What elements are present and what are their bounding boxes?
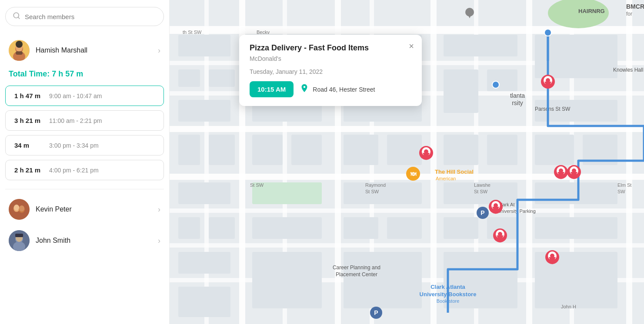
svg-text:St SW: St SW bbox=[474, 189, 488, 194]
chevron-right-icon-kevin: › bbox=[158, 205, 160, 214]
svg-text:Career Planning and: Career Planning and bbox=[333, 264, 380, 271]
search-icon bbox=[13, 12, 20, 21]
member-row-john[interactable]: John Smith › bbox=[5, 225, 164, 256]
svg-text:Knowles Hall: Knowles Hall bbox=[613, 67, 643, 73]
svg-rect-68 bbox=[444, 69, 478, 113]
svg-text:🍽: 🍽 bbox=[410, 171, 417, 177]
svg-point-151 bbox=[492, 81, 499, 88]
search-input[interactable] bbox=[25, 13, 157, 20]
svg-rect-62 bbox=[387, 135, 422, 165]
svg-text:HAIRNRG: HAIRNRG bbox=[578, 8, 605, 14]
range-0: 9:00 am - 10:47 am bbox=[49, 93, 102, 99]
popup-subtitle: McDonald's bbox=[250, 55, 411, 62]
svg-rect-6 bbox=[16, 51, 23, 55]
svg-rect-73 bbox=[444, 217, 478, 239]
time-block-1[interactable]: 3 h 21 m 11:00 am - 2:21 pm bbox=[5, 110, 164, 131]
svg-rect-17 bbox=[15, 234, 23, 237]
svg-rect-66 bbox=[344, 252, 422, 308]
popup-title: Pizza Delivery - Fast Food Items bbox=[250, 43, 411, 53]
chevron-right-icon-hamish: › bbox=[158, 46, 160, 55]
svg-rect-41 bbox=[178, 135, 200, 165]
svg-point-11 bbox=[14, 205, 19, 211]
svg-rect-42 bbox=[209, 135, 235, 165]
svg-rect-67 bbox=[444, 35, 517, 56]
total-time: Total Time: 7 h 57 m bbox=[5, 66, 164, 86]
svg-text:th St SW: th St SW bbox=[183, 30, 202, 35]
range-3: 4:00 pm - 6:21 pm bbox=[49, 167, 99, 174]
range-1: 11:00 am - 2:21 pm bbox=[49, 117, 102, 124]
svg-rect-71 bbox=[487, 135, 517, 165]
svg-text:rsity: rsity bbox=[512, 99, 523, 106]
svg-rect-39 bbox=[209, 69, 235, 87]
svg-point-150 bbox=[544, 29, 551, 36]
member-row-kevin[interactable]: Kevin Peter › bbox=[5, 194, 164, 225]
popup-date: Tuesday, January 11, 2022 bbox=[250, 68, 411, 75]
avatar-john bbox=[9, 230, 30, 251]
map-panel: th St SW Beckv HAIRNRG Knowles Hall Pars… bbox=[170, 0, 644, 324]
svg-rect-65 bbox=[387, 217, 422, 239]
svg-point-7 bbox=[16, 41, 23, 48]
svg-text:BMCR: BMCR bbox=[626, 3, 644, 10]
avatar-kevin bbox=[9, 199, 30, 220]
range-2: 3:00 pm - 3:34 pm bbox=[49, 142, 99, 149]
svg-rect-47 bbox=[178, 287, 230, 317]
divider bbox=[5, 189, 164, 189]
svg-rect-70 bbox=[444, 135, 478, 165]
popup-location: Road 46, Hester Street bbox=[300, 83, 375, 95]
svg-rect-81 bbox=[535, 217, 617, 239]
svg-text:Lawshe: Lawshe bbox=[474, 182, 491, 188]
svg-rect-56 bbox=[252, 252, 322, 308]
svg-rect-24 bbox=[430, 0, 437, 324]
svg-rect-25 bbox=[526, 0, 532, 324]
svg-text:P: P bbox=[480, 209, 484, 216]
duration-3: 2 h 21 m bbox=[14, 166, 40, 174]
svg-point-12 bbox=[19, 205, 24, 212]
svg-rect-40 bbox=[178, 100, 230, 122]
svg-text:Parsons St SW: Parsons St SW bbox=[535, 106, 571, 112]
svg-rect-44 bbox=[178, 217, 200, 239]
duration-2: 34 m bbox=[14, 142, 40, 149]
svg-text:St SW: St SW bbox=[250, 182, 264, 188]
svg-text:Raymond: Raymond bbox=[365, 182, 386, 188]
svg-text:Beckv: Beckv bbox=[257, 30, 270, 35]
duration-1: 3 h 21 m bbox=[14, 117, 40, 124]
popup-location-text: Road 46, Hester Street bbox=[313, 86, 375, 93]
duration-0: 1 h 47 m bbox=[14, 92, 40, 99]
svg-rect-55 bbox=[252, 217, 322, 239]
svg-line-1 bbox=[18, 17, 19, 18]
member-name-kevin: Kevin Peter bbox=[36, 205, 152, 213]
svg-rect-38 bbox=[178, 69, 200, 87]
svg-text:John H: John H bbox=[561, 304, 576, 309]
svg-rect-45 bbox=[209, 217, 235, 239]
avatar-hamish bbox=[9, 40, 30, 61]
member-name-hamish: Hamish Marshall bbox=[36, 46, 152, 54]
popup-time-badge: 10:15 AM bbox=[250, 81, 294, 97]
svg-rect-61 bbox=[344, 135, 378, 165]
svg-text:SW: SW bbox=[617, 189, 625, 194]
popup-close-button[interactable]: × bbox=[409, 42, 414, 50]
svg-text:tlanta: tlanta bbox=[510, 92, 525, 99]
svg-rect-64 bbox=[344, 217, 378, 239]
svg-rect-53 bbox=[291, 135, 322, 165]
time-block-0[interactable]: 1 h 47 m 9:00 am - 10:47 am bbox=[5, 86, 164, 106]
svg-text:St SW: St SW bbox=[365, 189, 379, 194]
svg-rect-52 bbox=[252, 135, 283, 165]
svg-text:The Hill Social: The Hill Social bbox=[435, 169, 474, 175]
left-panel: Hamish Marshall › Total Time: 7 h 57 m 1… bbox=[0, 0, 170, 324]
time-block-2[interactable]: 34 m 3:00 pm - 3:34 pm bbox=[5, 135, 164, 155]
search-box[interactable] bbox=[5, 7, 164, 26]
svg-text:American: American bbox=[436, 176, 456, 181]
svg-text:Elm St: Elm St bbox=[617, 182, 631, 188]
time-block-3[interactable]: 2 h 21 m 4:00 pm - 6:21 pm bbox=[5, 160, 164, 180]
svg-text:P: P bbox=[374, 309, 378, 316]
member-name-john: John Smith bbox=[36, 237, 152, 245]
chevron-right-icon-john: › bbox=[158, 236, 160, 245]
svg-rect-37 bbox=[178, 35, 230, 56]
popup-row: 10:15 AM Road 46, Hester Street bbox=[250, 81, 411, 97]
svg-text:Placement Center: Placement Center bbox=[336, 271, 377, 278]
svg-rect-78 bbox=[535, 135, 574, 165]
svg-rect-26 bbox=[626, 0, 632, 324]
svg-rect-69 bbox=[487, 69, 517, 91]
member-row-hamish[interactable]: Hamish Marshall › bbox=[5, 35, 164, 66]
location-icon bbox=[300, 83, 309, 95]
